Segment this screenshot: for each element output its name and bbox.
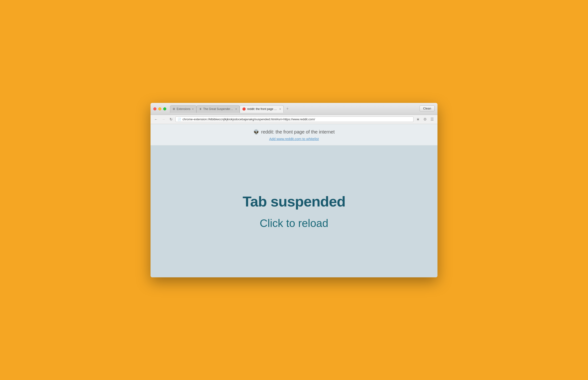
extension-icon-button[interactable]: ⚙ (422, 116, 428, 122)
close-button[interactable] (153, 107, 156, 110)
new-tab-button[interactable]: + (284, 105, 291, 113)
tab-great-suspender-label: The Great Suspender - Chi (203, 107, 234, 111)
address-bar-document-icon: 📄 (178, 118, 181, 121)
suspended-page-content[interactable]: Tab suspended Click to reload (151, 146, 437, 277)
reddit-site-icon: 👽 (253, 129, 259, 135)
star-icon: ★ (416, 117, 420, 121)
forward-button[interactable]: → (160, 116, 167, 122)
address-bar[interactable]: 📄 (175, 116, 414, 122)
page-site-title: reddit: the front page of the internet (261, 129, 334, 135)
new-tab-icon: + (286, 106, 289, 111)
tab-extensions-close[interactable]: × (192, 107, 194, 111)
tab-reddit[interactable]: 🔴 reddit: the front page of th × (240, 105, 284, 113)
tab-reddit-label: reddit: the front page of th (247, 107, 278, 111)
nav-actions: ★ ⚙ ☰ (415, 116, 435, 122)
extensions-tab-icon: ⚙ (173, 107, 175, 111)
suspended-title: Tab suspended (242, 193, 345, 210)
title-bar: ⚙ Extensions × ⏸ The Great Suspender - C… (151, 103, 437, 115)
nav-bar: ← → ↻ 📄 ★ ⚙ ☰ (151, 115, 437, 124)
tabs-row: ⚙ Extensions × ⏸ The Great Suspender - C… (170, 105, 420, 113)
reload-button[interactable]: ↻ (168, 116, 174, 122)
tab-great-suspender-close[interactable]: × (235, 107, 237, 111)
forward-icon: → (162, 117, 165, 121)
address-input[interactable] (183, 117, 411, 121)
reload-icon: ↻ (170, 117, 173, 121)
menu-button[interactable]: ☰ (429, 116, 435, 122)
puzzle-icon: ⚙ (423, 117, 427, 121)
menu-icon: ☰ (431, 117, 434, 121)
clean-button[interactable]: Clean (420, 105, 435, 111)
window-controls (153, 107, 166, 110)
back-button[interactable]: ← (153, 116, 159, 122)
whitelist-link[interactable]: Add www.reddit.com to whitelist (269, 137, 319, 141)
page-header-title: 👽 reddit: the front page of the internet (151, 129, 437, 135)
great-suspender-tab-icon: ⏸ (199, 107, 202, 111)
tab-reddit-close[interactable]: × (279, 107, 281, 111)
click-to-reload-label[interactable]: Click to reload (260, 217, 328, 229)
tab-extensions-label: Extensions (177, 107, 190, 111)
page-header: 👽 reddit: the front page of the internet… (151, 124, 437, 146)
reddit-tab-icon: 🔴 (242, 107, 246, 111)
bookmark-button[interactable]: ★ (415, 116, 421, 122)
back-icon: ← (154, 117, 158, 121)
tab-great-suspender[interactable]: ⏸ The Great Suspender - Chi × (196, 105, 240, 113)
tab-extensions[interactable]: ⚙ Extensions × (170, 105, 196, 113)
minimize-button[interactable] (158, 107, 161, 110)
maximize-button[interactable] (163, 107, 166, 110)
browser-window: ⚙ Extensions × ⏸ The Great Suspender - C… (151, 103, 437, 277)
